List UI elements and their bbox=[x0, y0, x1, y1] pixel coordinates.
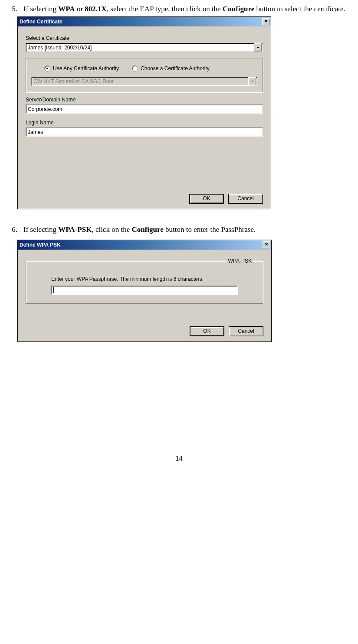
step6-number: 6. bbox=[0, 222, 23, 237]
page-number: 14 bbox=[0, 455, 358, 462]
login-name-label: Login Name bbox=[26, 120, 263, 126]
login-name-value: James bbox=[28, 129, 262, 135]
close-icon[interactable]: ✕ bbox=[263, 241, 270, 248]
step5-8021x: 802.1X bbox=[85, 5, 107, 13]
ok-button[interactable]: OK bbox=[190, 326, 224, 336]
cert-authority-group: Use Any Certificate Authority Choose a C… bbox=[26, 58, 263, 92]
chevron-down-icon[interactable] bbox=[254, 43, 262, 52]
server-domain-label: Server/Domain Name bbox=[26, 97, 263, 103]
cancel-button[interactable]: Cancel bbox=[228, 194, 263, 204]
server-domain-value: Corporate.com bbox=[28, 106, 262, 112]
ca-value: CW HKT SecureNet CA SGC Root bbox=[33, 78, 248, 85]
dialog-title: Define WPA PSK bbox=[20, 242, 263, 248]
step5-number: 5. bbox=[0, 2, 23, 16]
wpa-psk-legend: WPA-PSK bbox=[227, 258, 253, 264]
titlebar: Define WPA PSK ✕ bbox=[18, 240, 271, 250]
text-caret bbox=[53, 287, 54, 293]
radio-choose[interactable]: Choose a Certificate Authority bbox=[132, 65, 210, 72]
chevron-down-icon bbox=[248, 77, 256, 85]
wpa-psk-group: WPA-PSK Enter your WPA Passphrase. The m… bbox=[26, 261, 263, 304]
step6-mid: , click on the bbox=[92, 225, 131, 234]
step6-configure: Configure bbox=[131, 225, 163, 234]
certificate-dropdown[interactable]: James [Issued: 2002/10/24] bbox=[26, 43, 263, 52]
step6-pre: If selecting bbox=[23, 225, 58, 234]
step5-or: or bbox=[75, 5, 85, 13]
cancel-button[interactable]: Cancel bbox=[229, 326, 263, 336]
step6-wpapsk: WPA-PSK bbox=[58, 225, 92, 234]
ok-button[interactable]: OK bbox=[189, 194, 224, 204]
step6-post: button to enter the PassPhrase. bbox=[164, 225, 256, 234]
ca-dropdown: CW HKT SecureNet CA SGC Root bbox=[31, 77, 257, 86]
passphrase-input[interactable] bbox=[51, 286, 238, 295]
radio-choose-label: Choose a Certificate Authority bbox=[141, 65, 210, 72]
step6-text: If selecting WPA-PSK, click on the Confi… bbox=[23, 222, 358, 237]
define-wpa-psk-dialog: Define WPA PSK ✕ WPA-PSK Enter your WPA … bbox=[17, 240, 272, 342]
certificate-value: James [Issued: 2002/10/24] bbox=[28, 45, 254, 51]
dialog-title: Define Certificate bbox=[20, 19, 262, 25]
radio-use-any-label: Use Any Certificate Authority bbox=[53, 65, 119, 72]
step5-pre: If selecting bbox=[23, 5, 58, 13]
login-name-input[interactable]: James bbox=[26, 127, 263, 137]
close-icon[interactable]: ✕ bbox=[262, 18, 270, 25]
step5-post: button to select the certificate. bbox=[254, 5, 345, 13]
server-domain-input[interactable]: Corporate.com bbox=[26, 104, 263, 114]
radio-use-any[interactable]: Use Any Certificate Authority bbox=[44, 65, 119, 72]
define-certificate-dialog: Define Certificate ✕ Select a Certificat… bbox=[17, 16, 271, 209]
step5-mid: , select the EAP type, then click on the bbox=[107, 5, 223, 13]
select-cert-label: Select a Certificate bbox=[26, 35, 263, 41]
passphrase-prompt: Enter your WPA Passphrase. The minimum l… bbox=[51, 276, 238, 282]
step5-text: If selecting WPA or 802.1X, select the E… bbox=[23, 2, 358, 16]
step5-wpa: WPA bbox=[58, 5, 75, 13]
step5-configure: Configure bbox=[223, 5, 254, 13]
titlebar: Define Certificate ✕ bbox=[18, 17, 271, 26]
